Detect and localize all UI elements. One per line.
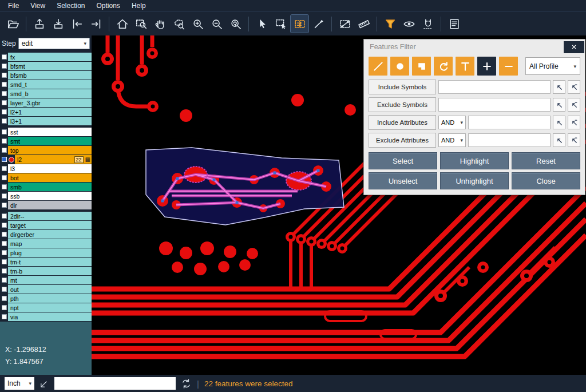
layer-name-cell[interactable]: smd_t [8,80,92,89]
layer-visibility-checkbox[interactable] [2,296,7,301]
layer-row-fx[interactable]: fx [0,53,92,61]
export-up-icon[interactable] [30,15,48,33]
layer-visibility-checkbox[interactable] [2,278,7,283]
layer-row-tm-b[interactable]: tm-b [0,267,92,275]
layer-name-cell[interactable]: l3+1 [8,117,92,125]
command-input[interactable] [54,377,176,390]
exclude-symbols-input[interactable] [438,98,551,112]
exclude-attributes-button[interactable]: Exclude Attributes [369,133,436,148]
layer-visibility-checkbox[interactable] [2,157,7,162]
pick-arrow-icon-button[interactable] [553,116,565,129]
layer-row-top[interactable]: top [0,146,92,155]
layer-name-cell[interactable]: smt [8,137,92,145]
message-log-icon[interactable] [445,15,463,33]
layer-name-cell[interactable]: tm-t [8,258,92,266]
layer-row-smb[interactable]: smb [0,183,92,191]
menu-file[interactable]: File [2,0,25,11]
include-attributes-input[interactable] [468,116,551,129]
filter-tool-line-button[interactable] [369,57,387,76]
layer-name-cell[interactable]: layer_3.gbr [8,98,92,107]
select-button[interactable]: Select [369,152,437,169]
home-icon[interactable] [113,15,131,33]
pick-arrow-icon-button[interactable] [553,80,565,94]
layer-visibility-checkbox[interactable] [2,129,7,134]
snap-magnet-icon[interactable] [419,15,437,33]
pick-arrow-alt-icon-button[interactable] [568,116,580,129]
layer-visibility-checkbox[interactable] [2,100,7,105]
layer-visibility-checkbox[interactable] [2,91,7,96]
pan-hand-icon[interactable] [151,15,169,33]
layer-row-map[interactable]: map [0,239,92,248]
menu-selection[interactable]: Selection [51,0,90,11]
dialog-close-button[interactable] [564,41,584,53]
layer-row-ssb[interactable]: ssb [0,192,92,200]
filter-tool-minus-button[interactable] [499,57,518,76]
layer-row-bfsmt[interactable]: bfsmt [0,62,92,70]
layer-visibility-checkbox[interactable] [2,118,7,124]
layer-visibility-eye-icon[interactable] [400,15,418,33]
layer-name-cell[interactable]: bfsmb [8,71,92,80]
layer-name-cell[interactable]: dir [8,201,92,209]
import-down-icon[interactable] [49,15,67,33]
layer-row-smd-t[interactable]: smd_t [0,80,92,89]
zoom-out-icon[interactable] [208,15,225,33]
layer-row-dir[interactable]: dir [0,201,92,209]
layer-name-cell[interactable]: top [8,146,92,155]
layer-visibility-checkbox[interactable] [2,138,7,144]
close-button[interactable]: Close [512,172,580,189]
open-folder-icon[interactable] [4,15,22,33]
lasso-zoom-icon[interactable] [170,15,188,33]
layer-visibility-checkbox[interactable] [2,314,7,319]
layer-name-cell[interactable]: sst [8,128,92,136]
layer-visibility-checkbox[interactable] [2,268,7,274]
highlight-button[interactable]: Highlight [440,152,509,169]
layer-name-cell[interactable]: l3 [8,164,92,173]
layer-visibility-checkbox[interactable] [2,175,7,180]
layer-visibility-checkbox[interactable] [2,287,7,292]
layer-name-cell[interactable]: via [8,312,92,321]
layer-name-cell[interactable]: l2+1 [8,108,92,116]
layer-name-cell[interactable]: mt [8,276,92,284]
layer-visibility-checkbox[interactable] [2,109,7,114]
angle-measure-icon[interactable] [39,379,49,389]
layer-visibility-checkbox[interactable] [2,250,7,255]
layer-visibility-checkbox[interactable] [2,148,7,153]
measure-area-icon[interactable] [336,15,354,33]
layer-name-cell[interactable]: fx [8,53,92,61]
layer-visibility-checkbox[interactable] [2,73,7,78]
layer-visibility-checkbox[interactable] [2,184,7,189]
layer-name-cell[interactable]: pth [8,294,92,303]
layer-name-cell[interactable]: dirgerber [8,230,92,239]
layer-visibility-checkbox[interactable] [2,193,7,199]
menu-help[interactable]: Help [126,0,152,11]
layer-row-tm-t[interactable]: tm-t [0,258,92,266]
exclude-attributes-input[interactable] [468,133,551,147]
layer-row-mt[interactable]: mt [0,276,92,284]
include-attributes-button[interactable]: Include Attributes [369,115,436,130]
menu-options[interactable]: Options [91,0,126,11]
layer-name-cell[interactable]: l222▦ [15,155,92,164]
layer-visibility-checkbox[interactable] [2,232,7,237]
layer-visibility-checkbox[interactable] [2,203,7,208]
pick-arrow-alt-icon-button[interactable] [568,98,580,112]
layer-row-smd-b[interactable]: smd_b [0,89,92,98]
layer-visibility-checkbox[interactable] [2,213,7,219]
layer-row-l3-1[interactable]: l3+1 [0,117,92,125]
layer-name-cell[interactable]: tm-b [8,267,92,275]
layer-visibility-checkbox[interactable] [2,241,7,246]
features-filter-icon[interactable] [381,15,399,33]
layer-row-plug[interactable]: plug [0,248,92,257]
layer-name-cell[interactable]: map [8,239,92,248]
include-symbols-input[interactable] [438,80,551,94]
unit-select[interactable]: Inch ▾ [5,377,34,390]
pick-arrow-icon-button[interactable] [553,98,565,112]
filter-tool-plus-button[interactable] [477,57,496,76]
layer-visibility-checkbox[interactable] [2,259,7,264]
layer-name-cell[interactable]: target [8,221,92,229]
unhighlight-button[interactable]: Unhighlight [440,172,509,189]
step-right-icon[interactable] [87,15,105,33]
zoom-area-icon[interactable] [132,15,150,33]
layer-row-npt[interactable]: npt [0,303,92,312]
layer-row-layer-3-gbr[interactable]: layer_3.gbr [0,98,92,107]
layer-row-l2-1[interactable]: l2+1 [0,108,92,116]
